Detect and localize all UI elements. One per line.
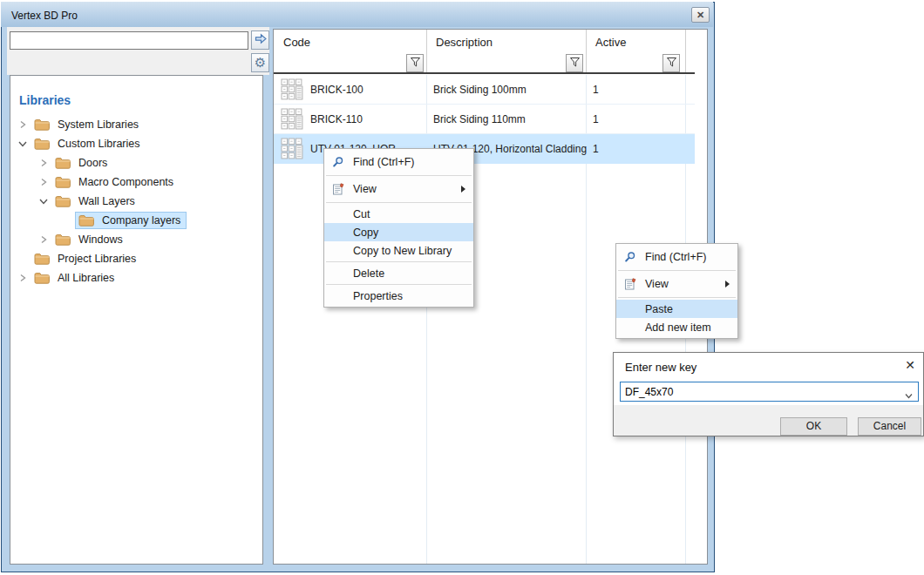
menu-separator (618, 270, 736, 271)
filter-input-description[interactable] (428, 54, 564, 72)
menu-separator (326, 261, 472, 262)
combo-chevron-down-icon[interactable] (905, 388, 913, 396)
tree-item-label: System Libraries (58, 118, 139, 131)
tree-item-label: Company layers (102, 214, 180, 227)
folder-icon (34, 253, 51, 265)
column-header-description[interactable]: Description (436, 36, 493, 49)
cell-active: 1 (593, 75, 599, 105)
chevron-down-icon[interactable] (17, 139, 28, 149)
funnel-icon (410, 56, 421, 71)
filter-input-code[interactable] (275, 54, 405, 72)
dialog-footer: OK Cancel (614, 405, 923, 436)
library-item-icon (281, 108, 303, 134)
chevron-right-icon[interactable] (38, 234, 49, 245)
tree-selection-highlight: Company layers (75, 212, 187, 229)
folder-icon (34, 118, 51, 131)
chevron-right-icon[interactable] (38, 158, 49, 168)
funnel-icon (666, 56, 677, 71)
menu-item-label: View (353, 183, 377, 195)
view-document-icon (330, 183, 346, 196)
tree-item-system-libraries[interactable]: System Libraries (17, 115, 139, 134)
window-close-button[interactable]: ✕ (691, 7, 710, 23)
cell-active: 1 (593, 134, 599, 164)
new-key-combobox[interactable] (620, 382, 919, 402)
tree-item-macro-components[interactable]: Macro Components (38, 172, 173, 192)
folder-icon (55, 195, 71, 207)
cell-code: BRICK-110 (310, 105, 363, 134)
tree-item-all-libraries[interactable]: All Libraries (17, 268, 114, 288)
chevron-right-icon[interactable] (17, 273, 28, 283)
menu-item-find[interactable]: Find (Ctrl+F) (616, 246, 737, 268)
view-document-icon (622, 278, 638, 291)
ok-button[interactable]: OK (780, 417, 847, 436)
cell-code: BRICK-100 (310, 75, 363, 105)
chevron-right-icon[interactable] (17, 119, 28, 130)
menu-item-label: Find (Ctrl+F) (353, 156, 415, 168)
search-go-button[interactable] (251, 30, 269, 50)
tree-item-windows[interactable]: Windows (38, 230, 123, 249)
library-item-icon (281, 78, 303, 105)
submenu-arrow-icon (461, 186, 465, 193)
menu-item-properties[interactable]: Properties (324, 287, 473, 305)
arrow-right-icon (255, 32, 267, 48)
tree-item-label: Project Libraries (58, 253, 136, 265)
tree-item-label: Doors (78, 157, 107, 169)
filter-button-code[interactable] (406, 54, 424, 72)
menu-item-copy-to-new-library[interactable]: Copy to New Library (324, 241, 473, 260)
enter-new-key-dialog: Enter new key ✕ OK Cancel (613, 352, 924, 436)
column-divider (586, 30, 587, 73)
menu-item-label: Find (Ctrl+F) (645, 251, 707, 263)
table-row[interactable]: BRICK-100 Brick Siding 100mm 1 (274, 75, 695, 105)
tree-item-project-libraries[interactable]: Project Libraries (34, 249, 136, 268)
menu-item-label: View (645, 278, 669, 290)
dialog-close-icon[interactable]: ✕ (905, 359, 915, 371)
tree-item-label: All Libraries (58, 272, 114, 284)
menu-item-label: Add new item (645, 321, 711, 334)
context-menu-secondary: Find (Ctrl+F) View Paste Add new item (615, 243, 738, 339)
settings-button[interactable]: ⚙ (251, 53, 269, 72)
menu-item-delete[interactable]: Delete (324, 264, 473, 282)
cancel-button[interactable]: Cancel (858, 417, 921, 436)
folder-icon (78, 214, 95, 227)
menu-item-view[interactable]: View (324, 178, 473, 200)
menu-item-copy[interactable]: Copy (324, 223, 473, 241)
filter-button-description[interactable] (566, 54, 583, 72)
chevron-down-icon[interactable] (38, 196, 49, 206)
menu-item-label: Properties (353, 290, 403, 302)
chevron-right-icon[interactable] (38, 177, 49, 187)
search-input[interactable] (10, 31, 248, 50)
magnifier-icon (622, 251, 638, 264)
cell-description: Brick Siding 100mm (433, 75, 527, 105)
folder-icon (55, 233, 71, 246)
menu-separator (618, 297, 736, 298)
new-key-input[interactable] (621, 382, 898, 401)
menu-item-cut[interactable]: Cut (324, 205, 473, 223)
tree-item-label: Wall Layers (78, 195, 135, 207)
menu-item-view[interactable]: View (616, 273, 737, 295)
menu-item-find[interactable]: Find (Ctrl+F) (324, 151, 473, 173)
column-divider (426, 30, 427, 73)
tree-item-label: Macro Components (78, 176, 173, 188)
filter-input-active[interactable] (588, 54, 661, 72)
tree-item-company-layers[interactable]: Company layers (75, 211, 187, 230)
tree-item-doors[interactable]: Doors (38, 153, 107, 172)
menu-item-label: Cut (353, 208, 370, 220)
library-item-icon (281, 138, 303, 164)
filter-button-active[interactable] (662, 54, 680, 72)
menu-item-paste[interactable]: Paste (616, 300, 737, 318)
magnifier-icon (330, 156, 346, 169)
tree-item-custom-libraries[interactable]: Custom Libraries (17, 134, 139, 153)
column-header-code[interactable]: Code (283, 36, 310, 49)
dialog-title: Enter new key (625, 361, 696, 374)
table-row[interactable]: BRICK-110 Brick Siding 110mm 1 (274, 105, 695, 134)
menu-separator (326, 202, 472, 203)
menu-item-label: Paste (645, 303, 673, 315)
gear-icon: ⚙ (255, 57, 266, 70)
tree-item-label: Custom Libraries (58, 138, 139, 150)
column-header-active[interactable]: Active (595, 36, 626, 49)
folder-icon (34, 272, 51, 284)
tree-item-wall-layers[interactable]: Wall Layers (38, 192, 135, 211)
folder-icon (55, 157, 71, 169)
menu-item-add-new-item[interactable]: Add new item (616, 318, 737, 336)
context-menu-primary: Find (Ctrl+F) View Cut Copy Copy to New … (323, 148, 474, 308)
